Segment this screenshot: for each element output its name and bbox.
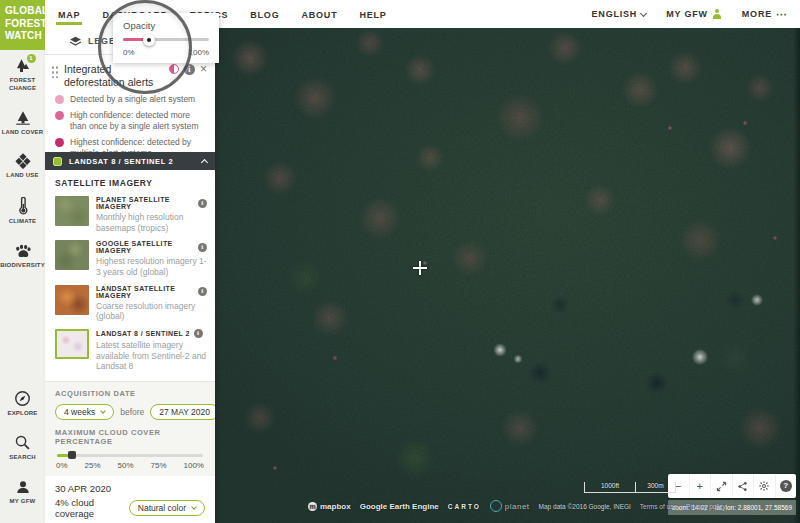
tree-icon (14, 110, 32, 126)
sentinel-thumbnail-selected (55, 329, 89, 359)
opacity-slider-handle[interactable] (143, 34, 155, 46)
more-label: MORE (742, 9, 772, 19)
chevron-down-icon (640, 9, 647, 16)
logo-line: WATCH (5, 30, 45, 43)
nav-tab-blog[interactable]: BLOG (250, 1, 279, 27)
user-icon (15, 479, 31, 495)
sidebar-label: CLIMATE (9, 218, 37, 226)
map-canvas[interactable] (215, 28, 800, 523)
my-gfw-button[interactable]: MY GFW (666, 9, 722, 19)
acquisition-section: ACQUISITION DATE 4 weeks before 27 MAY 2… (45, 381, 215, 476)
share-button[interactable] (732, 474, 754, 498)
legend-class-label: Detected by a single alert system (70, 94, 195, 105)
sat-option-landsat[interactable]: LANDSAT SATELLITE IMAGERYi Coarse resolu… (55, 285, 207, 322)
tick-label: 50% (118, 461, 134, 470)
layer-opacity-button[interactable] (169, 64, 179, 74)
slider-ticks: 0% 25% 50% 75% 100% (55, 461, 205, 470)
share-icon (737, 481, 748, 492)
sat-option-desc: Highest resolution imagery 1-3 years old… (96, 256, 207, 277)
sidebar-item-climate[interactable]: CLIMATE (0, 197, 45, 226)
mapbox-logo[interactable]: mmapbox (308, 502, 351, 511)
date-picker[interactable]: 27 MAY 2020 (150, 404, 215, 420)
info-icon[interactable]: i (194, 329, 203, 338)
period-dropdown[interactable]: 4 weeks (55, 404, 114, 420)
zoom-in-button[interactable]: + (689, 474, 711, 498)
sat-option-title: GOOGLE SATELLITE IMAGERY (96, 240, 194, 254)
google-thumbnail (55, 240, 89, 270)
nav-tab-help[interactable]: HELP (359, 1, 386, 27)
layer-group-title: LANDSAT 8 / SENTINEL 2 (69, 157, 173, 166)
layers-icon (69, 36, 82, 47)
nav-tab-map[interactable]: MAP (58, 1, 80, 27)
sidebar-item-land-use[interactable]: LAND USE (0, 153, 45, 180)
sidebar-item-search[interactable]: SEARCH (0, 434, 45, 462)
mapbox-icon: m (308, 502, 317, 511)
sidebar-label: MY GFW (10, 498, 36, 506)
gear-icon (758, 480, 770, 492)
forest-change-icon: 1 (14, 58, 32, 74)
layer-title: Integrated deforestation alerts (64, 63, 160, 88)
sidebar-item-forest-change[interactable]: 1 FOREST CHANGE (0, 58, 45, 93)
carto-logo[interactable]: CARTO (448, 503, 481, 510)
legend-class-item: High confidence: detected more than once… (55, 110, 207, 132)
sidebar-label: LAND COVER (2, 129, 44, 137)
nav-tab-about[interactable]: ABOUT (301, 1, 337, 27)
sidebar-item-explore[interactable]: EXPLORE (0, 390, 45, 418)
sidebar-label: LAND USE (6, 172, 38, 180)
sat-option-title: LANDSAT 8 / SENTINEL 2 (96, 330, 190, 337)
sat-option-google[interactable]: GOOGLE SATELLITE IMAGERYi Highest resolu… (55, 240, 207, 277)
chevron-up-icon (201, 159, 208, 166)
selected-scene-section: 30 APR 2020 4% cloud coverage Natural co… (45, 476, 215, 523)
layer-group-header[interactable]: LANDSAT 8 / SENTINEL 2 (45, 152, 215, 170)
sat-option-planet[interactable]: PLANET SATELLITE IMAGERYi Monthly high r… (55, 196, 207, 233)
sat-option-desc: Coarse resolution imagery (global) (96, 301, 207, 322)
before-label: before (120, 407, 144, 417)
fullscreen-button[interactable] (710, 474, 732, 498)
color-option-dropdown[interactable]: Natural color (129, 500, 205, 516)
layer-color-swatch (53, 157, 62, 166)
scale-metric: 300m (636, 482, 676, 493)
drag-handle-icon[interactable] (51, 65, 59, 78)
map-scalebar: 1000ft 300m (584, 482, 676, 493)
terms-of-use-link[interactable]: Terms of use (640, 503, 677, 510)
google-earth-engine-logo[interactable]: Google Earth Engine (360, 502, 439, 511)
planet-label: planet (505, 502, 530, 511)
scale-imperial: 1000ft (584, 482, 636, 493)
language-label: ENGLISH (592, 9, 638, 19)
sidebar-item-biodiversity[interactable]: BIODIVERSITY (0, 243, 45, 270)
info-icon[interactable]: i (198, 243, 207, 252)
close-icon[interactable]: × (200, 63, 207, 75)
opacity-slider[interactable] (123, 38, 209, 41)
info-icon[interactable]: i (198, 199, 207, 208)
opacity-min-label: 0% (123, 48, 135, 57)
landsat-thumbnail (55, 285, 89, 315)
cloud-cover-slider[interactable] (57, 454, 203, 457)
gfw-logo[interactable]: GLOBAL FOREST WATCH (0, 0, 45, 50)
help-button[interactable]: ? (775, 474, 797, 498)
sat-option-landsat8-sentinel2[interactable]: LANDSAT 8 / SENTINEL 2i Latest satellite… (55, 329, 207, 372)
user-icon (712, 9, 722, 19)
info-icon[interactable]: i (184, 64, 195, 75)
compass-icon (14, 390, 31, 407)
alert-count-badge: 1 (27, 54, 36, 63)
info-icon[interactable]: i (198, 287, 207, 296)
sidebar-item-land-cover[interactable]: LAND COVER (0, 110, 45, 137)
more-menu-button[interactable]: MORE ⋯ (742, 9, 788, 19)
land-use-icon (14, 153, 32, 169)
legend-class-list: Detected by a single alert system High c… (45, 92, 215, 152)
sidebar-item-my-gfw[interactable]: MY GFW (0, 479, 45, 506)
slider-handle[interactable] (68, 451, 76, 459)
planet-icon (490, 500, 502, 512)
opacity-popup-title: Opacity (123, 20, 209, 31)
language-selector[interactable]: ENGLISH (592, 9, 647, 19)
privacy-policy-link[interactable]: Privacy policy (686, 503, 726, 510)
opacity-max-label: 100% (189, 48, 209, 57)
legend-class-item: Detected by a single alert system (55, 94, 207, 105)
settings-button[interactable] (753, 474, 775, 498)
sidebar-label: FOREST CHANGE (0, 77, 45, 93)
legend-class-item: Highest confidence: detected by multiple… (55, 137, 207, 152)
acquisition-label: ACQUISITION DATE (55, 389, 205, 398)
tick-label: 100% (183, 461, 203, 470)
planet-logo[interactable]: planet (490, 500, 530, 512)
cloud-cover-label: MAXIMUM CLOUD COVER PERCENTAGE (55, 428, 205, 446)
